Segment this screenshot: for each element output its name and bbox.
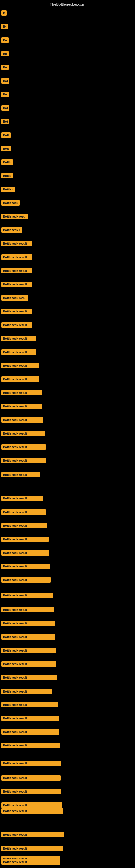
bottleneck-badge: Bottleneck result — [1, 775, 61, 781]
bottleneck-badge: Bottleneck — [1, 200, 20, 206]
badge-row: Bottleneck result — [1, 621, 55, 626]
badge-row: Bottleneck result — [1, 607, 54, 613]
bottleneck-badge: Bottleneck result — [1, 577, 51, 583]
badge-row: Bottleneck resu — [1, 295, 28, 301]
badge-row: Bottleneck result — [1, 716, 59, 721]
bottleneck-badge: Bottleneck result — [1, 349, 37, 355]
bottleneck-badge: Bottleneck result — [1, 254, 32, 260]
badge-row: Bot — [1, 119, 9, 124]
bottleneck-badge: Bottleneck result — [1, 593, 53, 598]
badge-row: Bottleneck result — [1, 577, 51, 583]
badge-row: Bottleneck result — [1, 729, 59, 735]
bottleneck-badge: Bottleneck result — [1, 523, 47, 528]
badge-row: Bottleneck — [1, 200, 20, 206]
bottleneck-badge: Bo — [1, 92, 9, 97]
badge-row: Bott — [1, 132, 10, 138]
bottleneck-badge: Bottleneck result — [1, 458, 46, 463]
badge-row: Bottleneck result — [1, 431, 45, 436]
bottleneck-badge: Bottle — [1, 159, 13, 165]
badge-row: Bottleneck result — [1, 363, 39, 368]
bottleneck-badge: Bottleneck result — [1, 404, 42, 409]
badge-row: Bottleneck result — [1, 390, 42, 396]
badge-row: Bottleneck result — [1, 846, 63, 851]
badge-row: Bottleneck result — [1, 282, 32, 287]
badge-row: Bottleneck result — [1, 648, 56, 653]
bottleneck-badge: Bottleneck result — [1, 634, 55, 640]
site-title: TheBottlenecker.com — [0, 0, 135, 8]
bottleneck-badge: Bottleneck result — [1, 322, 32, 328]
bottleneck-badge: Bottleneck r — [1, 227, 22, 233]
badge-row: Bottleneck result — [1, 564, 50, 569]
bottleneck-badge: Bottleneck result — [1, 241, 32, 246]
badge-row: Bottleneck result — [1, 309, 32, 314]
bottleneck-badge: Bottleneck resu — [1, 295, 28, 301]
badge-row: Bottleneck result — [1, 859, 60, 865]
bottleneck-badge: Bottle — [1, 173, 13, 179]
badge-row: Bottle — [1, 173, 13, 179]
bottleneck-badge: Bottleneck result — [1, 496, 43, 501]
badge-row: Bottleneck result — [1, 349, 37, 355]
bottleneck-badge: Bottleneck result — [1, 509, 46, 515]
badge-row: Bott — [1, 146, 10, 151]
bottleneck-badge: Bottleneck result — [1, 716, 59, 721]
bottleneck-badge: Bottleneck resu — [1, 214, 28, 219]
bottleneck-badge: Bot — [1, 105, 9, 111]
badge-row: Bottleneck result — [1, 322, 32, 328]
badge-row: B4 — [1, 24, 8, 29]
bottleneck-badge: Bottleneck result — [1, 564, 50, 569]
badge-row: Bottleneck result — [1, 241, 32, 246]
badge-row: Bottleneck result — [1, 593, 53, 598]
badge-row: Bottleneck result — [1, 550, 49, 556]
badge-row: Bo — [1, 37, 9, 43]
badge-row: Bottleneck result — [1, 336, 37, 341]
bottleneck-badge: B — [1, 10, 7, 16]
bottleneck-badge: Bott — [1, 132, 10, 138]
badges-container: BB4BoBoBoBotBoBotBotBottBottBottleBottle… — [0, 8, 135, 865]
bottleneck-badge: Bottleneck result — [1, 282, 32, 287]
bottleneck-badge: Bottleneck result — [1, 743, 60, 748]
bottleneck-badge: Bottleneck result — [1, 761, 61, 766]
bottleneck-badge: Bot — [1, 78, 9, 84]
bottleneck-badge: Bot — [1, 119, 9, 124]
badge-row: Bottleneck result — [1, 832, 64, 837]
bottleneck-badge: Bottleneck result — [1, 268, 32, 273]
badge-row: Bottleneck result — [1, 689, 52, 694]
badge-row: Bottleneck result — [1, 802, 62, 808]
bottleneck-badge: Bo — [1, 37, 9, 43]
badge-row: Bottleneck result — [1, 661, 56, 667]
badge-row: Bo — [1, 51, 9, 56]
badge-row: Bottleneck result — [1, 775, 61, 781]
bottleneck-badge: Bo — [1, 65, 9, 70]
badge-row: Bottleneck result — [1, 675, 57, 680]
badge-row: Bottleneck result — [1, 404, 42, 409]
bottleneck-badge: Bottleneck result — [1, 859, 60, 865]
bottleneck-badge: Bottleneck result — [1, 789, 61, 794]
bottleneck-badge: Bottleneck result — [1, 802, 62, 808]
badge-row: Bottleneck r — [1, 227, 22, 233]
bottleneck-badge: Bottleneck result — [1, 675, 57, 680]
badge-row: Bo — [1, 65, 9, 70]
badge-row: Bottleneck resu — [1, 214, 28, 219]
badge-row: Bot — [1, 105, 9, 111]
bottleneck-badge: Bottleneck result — [1, 536, 49, 542]
bottleneck-badge: Bottleneck result — [1, 309, 32, 314]
badge-row: Bottleneck result — [1, 458, 46, 463]
badge-row: Bottleneck result — [1, 496, 43, 501]
badge-row: B — [1, 10, 7, 16]
badge-row: Bottleneck result — [1, 702, 58, 707]
badge-row: Bottlen — [1, 187, 15, 192]
badge-row: Bottleneck result — [1, 376, 39, 382]
bottleneck-badge: Bottleneck result — [1, 336, 37, 341]
badge-row: Bottleneck result — [1, 444, 46, 450]
badge-row: Bottleneck result — [1, 808, 63, 814]
badge-row: Bottleneck result — [1, 417, 43, 423]
bottleneck-badge: Bottleneck result — [1, 363, 39, 368]
bottleneck-badge: Bottlen — [1, 187, 15, 192]
bottleneck-badge: Bottleneck result — [1, 472, 41, 477]
badge-row: Bottle — [1, 159, 13, 165]
bottleneck-badge: Bottleneck result — [1, 729, 59, 735]
bottleneck-badge: Bottleneck result — [1, 702, 58, 707]
badge-row: Bottleneck result — [1, 472, 41, 477]
bottleneck-badge: Bo — [1, 51, 9, 56]
bottleneck-badge: Bottleneck result — [1, 621, 55, 626]
